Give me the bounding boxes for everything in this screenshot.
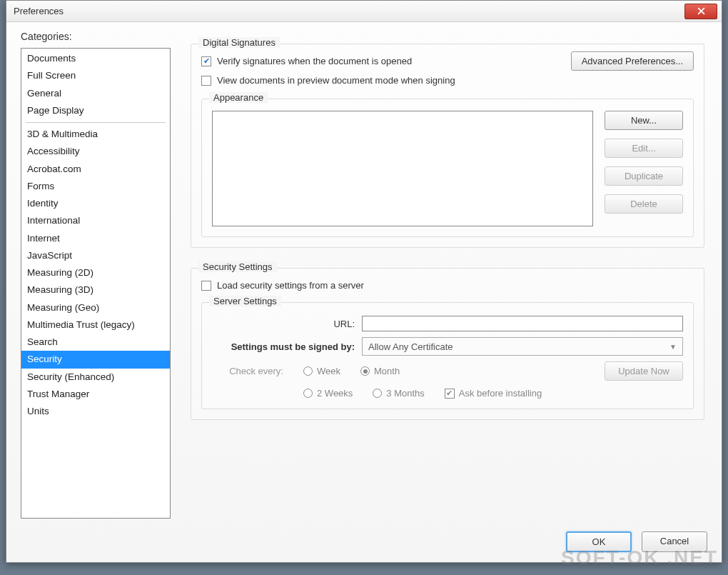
appearance-section: Appearance New... Edit... Duplicate Dele… [201, 99, 694, 237]
radio-2weeks-label: 2 Weeks [317, 388, 353, 399]
list-item[interactable]: Multimedia Trust (legacy) [21, 316, 170, 334]
security-settings-legend: Security Settings [198, 261, 277, 272]
signed-by-select[interactable]: Allow Any Certificate ▼ [362, 337, 683, 356]
radio-2weeks[interactable]: 2 Weeks [303, 388, 353, 399]
signed-by-label: Settings must be signed by: [212, 341, 355, 352]
radio-3months-label: 3 Months [386, 388, 424, 399]
dialog-footer: OK Cancel [21, 531, 707, 552]
appearance-legend: Appearance [209, 92, 268, 103]
categories-listbox[interactable]: DocumentsFull ScreenGeneralPage Display3… [21, 48, 171, 519]
list-item[interactable]: International [21, 212, 170, 229]
edit-button[interactable]: Edit... [605, 139, 683, 158]
verify-checkbox[interactable]: ✔ [201, 56, 211, 66]
titlebar: Preferences [6, 1, 722, 22]
radio-week[interactable]: Week [303, 366, 340, 376]
content-area: Digital Signatures ✔ Verify signatures w… [191, 31, 707, 519]
close-icon [697, 7, 705, 15]
advanced-preferences-button[interactable]: Advanced Preferences... [571, 51, 694, 71]
radio-3months[interactable]: 3 Months [373, 388, 424, 399]
close-button[interactable] [684, 4, 717, 19]
security-settings-section: Security Settings Load security settings… [191, 268, 704, 420]
list-item[interactable]: Search [21, 334, 170, 351]
list-separator [26, 122, 166, 123]
ask-before-row[interactable]: ✔ Ask before installing [445, 388, 542, 399]
list-item[interactable]: JavaScript [21, 247, 170, 264]
window-body: Categories: DocumentsFull ScreenGeneralP… [6, 22, 722, 562]
appearance-listbox[interactable] [212, 111, 593, 226]
list-item[interactable]: Documents [21, 50, 170, 67]
main-row: Categories: DocumentsFull ScreenGeneralP… [21, 31, 707, 519]
list-item[interactable]: General [21, 85, 170, 102]
list-item[interactable]: Full Screen [21, 67, 170, 84]
signed-by-value: Allow Any Certificate [368, 341, 453, 352]
digital-signatures-legend: Digital Signatures [198, 37, 280, 48]
preferences-window: Preferences Categories: DocumentsFull Sc… [6, 0, 722, 563]
list-item[interactable]: Measuring (Geo) [21, 299, 170, 316]
load-settings-label: Load security settings from a server [217, 280, 364, 291]
duplicate-button[interactable]: Duplicate [605, 166, 683, 186]
ask-before-label: Ask before installing [459, 388, 542, 399]
list-item[interactable]: Measuring (3D) [21, 281, 170, 299]
delete-button[interactable]: Delete [605, 194, 683, 214]
list-item[interactable]: 3D & Multimedia [21, 126, 170, 143]
radio-month[interactable]: Month [360, 366, 400, 376]
categories-label: Categories: [21, 31, 171, 42]
ok-button[interactable]: OK [566, 531, 632, 552]
server-settings-legend: Server Settings [209, 296, 281, 306]
list-item[interactable]: Security [21, 351, 170, 368]
sidebar: Categories: DocumentsFull ScreenGeneralP… [21, 31, 171, 519]
verify-label: Verify signatures when the document is o… [217, 56, 412, 66]
list-item[interactable]: Accessibility [21, 143, 170, 160]
view-preview-label: View documents in preview document mode … [217, 75, 455, 86]
url-label: URL: [212, 319, 355, 329]
verify-row: ✔ Verify signatures when the document is… [201, 51, 694, 71]
check-every-label: Check every: [226, 366, 283, 376]
list-item[interactable]: Trust Manager [21, 386, 170, 403]
list-item[interactable]: Measuring (2D) [21, 264, 170, 281]
update-now-button[interactable]: Update Now [605, 361, 683, 381]
list-item[interactable]: Units [21, 403, 170, 420]
list-item[interactable]: Acrobat.com [21, 161, 170, 178]
radio-week-label: Week [317, 366, 340, 376]
server-settings-section: Server Settings URL: Settings must be si… [201, 302, 694, 409]
load-settings-checkbox[interactable] [201, 281, 211, 291]
list-item[interactable]: Security (Enhanced) [21, 369, 170, 386]
digital-signatures-section: Digital Signatures ✔ Verify signatures w… [191, 44, 704, 248]
view-preview-checkbox[interactable] [201, 76, 211, 86]
url-input[interactable] [362, 316, 683, 331]
list-item[interactable]: Forms [21, 178, 170, 195]
list-item[interactable]: Page Display [21, 102, 170, 119]
chevron-down-icon: ▼ [669, 343, 677, 351]
window-title: Preferences [14, 6, 684, 16]
new-button[interactable]: New... [605, 111, 683, 130]
list-item[interactable]: Internet [21, 230, 170, 247]
cancel-button[interactable]: Cancel [642, 531, 707, 552]
list-item[interactable]: Identity [21, 195, 170, 212]
radio-month-label: Month [374, 366, 400, 376]
